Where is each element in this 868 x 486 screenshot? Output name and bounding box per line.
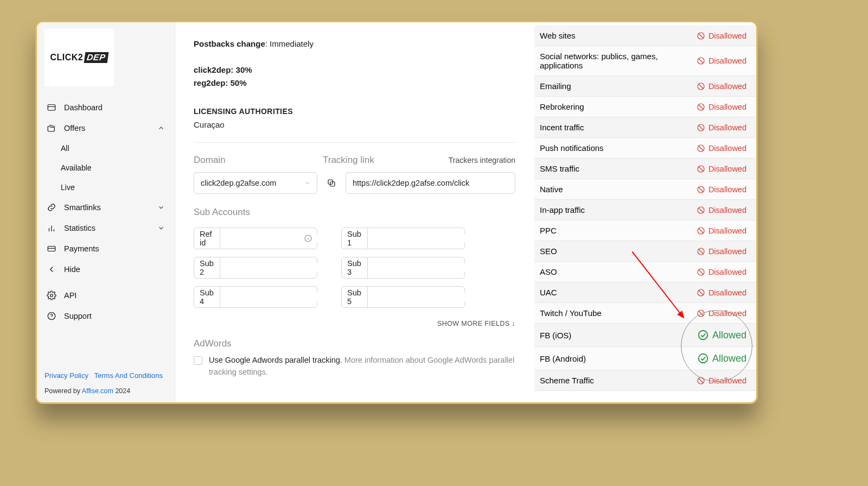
svg-line-20 <box>699 84 703 89</box>
sidebar-sub-all[interactable]: All <box>61 138 175 158</box>
traffic-name: ASO <box>540 267 557 276</box>
sub1-input[interactable] <box>368 234 474 243</box>
sidebar-item-hide[interactable]: Hide <box>37 259 175 280</box>
window-icon <box>47 103 56 112</box>
sub4-input[interactable] <box>220 293 326 301</box>
postbacks-value: : Immediately <box>265 39 314 48</box>
sub5-input[interactable] <box>368 293 474 301</box>
sidebar-item-payments[interactable]: Payments <box>37 238 175 259</box>
traffic-row: Twitch / YouTubeDisallowed <box>534 303 756 324</box>
status-disallowed: Disallowed <box>697 103 746 111</box>
bar-chart-icon <box>47 223 56 233</box>
svg-line-16 <box>699 34 703 38</box>
sub2-label: Sub 2 <box>194 257 220 278</box>
divider <box>194 142 515 143</box>
link-icon <box>47 203 56 212</box>
status-disallowed: Disallowed <box>697 185 746 194</box>
traffic-row: SEODisallowed <box>534 241 756 262</box>
svg-line-22 <box>699 105 703 109</box>
licensing-heading: LICENSING AUTHORITIES <box>194 107 515 116</box>
rate-click2dep-label: click2dep: <box>194 65 236 74</box>
affise-link[interactable]: Affise.com <box>82 387 113 395</box>
sidebar-sub-live[interactable]: Live <box>61 178 175 197</box>
svg-line-38 <box>699 270 703 274</box>
traffic-row: NativeDisallowed <box>534 179 756 200</box>
sidebar-item-offers[interactable]: Offers <box>37 118 175 138</box>
svg-line-26 <box>699 146 703 150</box>
sub1-field[interactable]: Sub 1 <box>341 228 465 249</box>
sub2-input[interactable] <box>220 263 326 272</box>
show-more-fields[interactable]: SHOW MORE FIELDS ↓ <box>194 320 515 327</box>
sub3-label: Sub 3 <box>342 257 368 278</box>
traffic-name: PPC <box>540 226 557 235</box>
refid-label: Ref id <box>194 228 220 249</box>
chevron-down-icon <box>304 179 311 187</box>
svg-line-46 <box>699 378 703 383</box>
traffic-name: FB (Android) <box>540 354 586 363</box>
rate-reg2dep-label: reg2dep: <box>194 78 231 87</box>
traffic-name: Social networks: publics, games, applica… <box>540 52 697 70</box>
sub3-field[interactable]: Sub 3 <box>341 257 465 279</box>
traffic-row: ASODisallowed <box>534 262 756 282</box>
tracking-link-input[interactable] <box>346 172 515 194</box>
copy-button[interactable] <box>323 174 340 192</box>
domain-label: Domain <box>194 155 323 166</box>
sub5-field[interactable]: Sub 5 <box>341 286 465 308</box>
chevron-down-icon <box>157 224 165 232</box>
folders-icon <box>47 123 56 133</box>
traffic-row: EmailingDisallowed <box>534 76 756 97</box>
info-icon[interactable] <box>304 234 312 243</box>
sidebar-item-label: Offers <box>64 124 85 132</box>
svg-line-24 <box>699 125 703 130</box>
chevron-up-icon <box>157 124 165 132</box>
logo: CLICK2 DEP <box>44 29 114 86</box>
adwords-checkbox[interactable] <box>194 356 202 365</box>
sidebar: CLICK2 DEP Dashboard Offers <box>37 22 175 402</box>
traffic-row: In-app trafficDisallowed <box>534 200 756 220</box>
traffic-row: SMS trafficDisallowed <box>534 159 756 179</box>
licensing-value: Curaçao <box>194 120 515 129</box>
sidebar-item-support[interactable]: Support <box>37 306 175 326</box>
sidebar-item-dashboard[interactable]: Dashboard <box>37 97 175 118</box>
svg-point-44 <box>699 354 708 363</box>
svg-point-43 <box>699 331 708 340</box>
sidebar-item-label: Support <box>64 312 92 320</box>
traffic-row: RebrokeringDisallowed <box>534 97 756 117</box>
traffic-name: FB (iOS) <box>540 331 571 340</box>
sidebar-item-statistics[interactable]: Statistics <box>37 218 175 238</box>
terms-link[interactable]: Terms And Conditions <box>94 371 163 380</box>
tracking-link-label: Tracking link <box>323 155 449 166</box>
refid-field[interactable]: Ref id <box>194 228 317 249</box>
svg-line-28 <box>699 167 703 171</box>
privacy-link[interactable]: Privacy Policy <box>44 371 88 380</box>
trackers-integration-link[interactable]: Trackers integration <box>449 156 515 165</box>
svg-line-34 <box>699 229 703 233</box>
sidebar-item-smartlinks[interactable]: Smartlinks <box>37 197 175 218</box>
svg-rect-0 <box>48 105 55 111</box>
sub4-field[interactable]: Sub 4 <box>194 286 317 308</box>
sub3-input[interactable] <box>368 263 474 272</box>
sub4-label: Sub 4 <box>194 287 220 307</box>
sidebar-item-label: Smartlinks <box>64 203 101 212</box>
svg-rect-5 <box>48 247 55 251</box>
sub2-field[interactable]: Sub 2 <box>194 257 317 279</box>
status-disallowed: Disallowed <box>697 31 746 40</box>
svg-point-7 <box>50 294 53 297</box>
sidebar-item-api[interactable]: API <box>37 285 175 306</box>
postbacks-label: Postbacks change <box>194 39 265 48</box>
sub5-label: Sub 5 <box>342 287 368 307</box>
svg-line-32 <box>699 208 703 212</box>
domain-select[interactable]: click2dep.g2afse.com <box>194 172 317 194</box>
help-icon <box>47 311 56 321</box>
adwords-text: Use Google Adwords parallel tracking. Mo… <box>209 355 515 378</box>
chevron-down-icon <box>157 204 165 211</box>
svg-line-36 <box>699 249 703 254</box>
traffic-name: SMS traffic <box>540 164 579 173</box>
status-disallowed: Disallowed <box>697 56 746 65</box>
status-disallowed: Disallowed <box>697 247 746 256</box>
sidebar-sub-available[interactable]: Available <box>61 158 175 178</box>
status-disallowed: Disallowed <box>697 309 746 318</box>
domain-value: click2dep.g2afse.com <box>201 179 276 187</box>
logo-text-1: CLICK2 <box>50 53 83 62</box>
traffic-row: UACDisallowed <box>534 282 756 303</box>
